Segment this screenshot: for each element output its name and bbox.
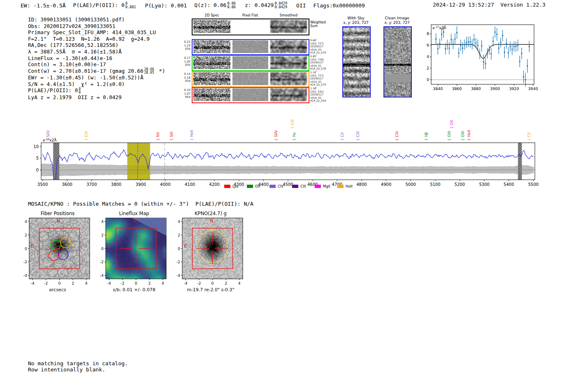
spec2d-row-2dspec — [193, 56, 230, 69]
elixer-report-page: EW: -1.5±-0.5ÅP(LAE)/P(OII): 000.001P(Ly… — [0, 0, 576, 392]
spec2d-row-smoothed — [270, 40, 307, 53]
fiber-circle — [43, 223, 53, 233]
svg-text:6: 6 — [427, 43, 429, 47]
info-line: ID: 3090133051 (3090133051.pdf) — [28, 16, 165, 23]
header-segment: z: 0.04290.04290.0429 — [245, 2, 289, 9]
inset-data-point — [437, 48, 439, 49]
inset-data-point — [474, 39, 475, 40]
svg-text:-2: -2 — [197, 281, 201, 285]
inset-data-point — [453, 44, 454, 45]
svg-text:2: 2 — [178, 233, 180, 237]
svg-text:-2: -2 — [44, 281, 48, 285]
svg-text:-4: -4 — [177, 273, 180, 278]
line-id-label: { SiIV — [46, 130, 50, 141]
svg-text:-4: -4 — [183, 281, 187, 285]
inset-data-point — [475, 42, 476, 44]
inset-data-point — [489, 49, 490, 51]
svg-text:4200: 4200 — [209, 182, 219, 187]
spec2d-panel: 2D Spec Pixel Flat Smoothed WeightedSum0… — [181, 12, 325, 105]
svg-text:-4: -4 — [23, 273, 27, 278]
legend-swatch — [224, 185, 230, 188]
footer-note-1: No matching targets in catalog. — [28, 360, 128, 366]
svg-text:0: 0 — [135, 281, 137, 285]
spec2d-row-left-labels: 0.171.05035 — [181, 56, 190, 67]
panel-xlabel: s/b: 0.01 +/- 0.078 — [95, 287, 173, 292]
line-id-label: { CIII — [356, 131, 360, 141]
inset-data-point — [517, 45, 518, 46]
sky-cutouts-panel: With Sky x, y: 203, 727 Clean Image x, y… — [337, 16, 416, 102]
panel-xlabel: m:19.7 re:2.0" s:0.3" — [172, 287, 250, 292]
with-sky-image — [342, 26, 371, 97]
inset-unit-label: e-17x2Å — [432, 26, 446, 30]
inset-data-point — [521, 53, 522, 54]
svg-text:5300: 5300 — [479, 182, 489, 187]
fiber-circle — [38, 232, 49, 242]
spec2d-row-left-labels: 0.101.07054 — [181, 88, 190, 99]
svg-text:3600: 3600 — [62, 182, 72, 187]
spec2d-row-smoothed — [270, 56, 307, 69]
line-fit-inset-chart: 38403860388039003920394002468e-17x2Å — [426, 21, 545, 97]
svg-text:4: 4 — [178, 219, 180, 224]
header-segment: Flags:0x00000009 — [314, 2, 365, 9]
inset-data-point — [508, 52, 509, 53]
svg-text:3800: 3800 — [111, 182, 121, 187]
inset-data-point — [498, 48, 499, 49]
legend-swatch — [292, 185, 298, 188]
svg-text:0: 0 — [36, 168, 39, 172]
svg-text:5500: 5500 — [528, 182, 539, 187]
line-id-label: { OIII — [461, 131, 465, 141]
selected-fiber-circle — [60, 238, 71, 248]
line-id-label: { CIV — [395, 130, 399, 141]
header-segment: Q(z): 0.060.060.06 — [194, 2, 237, 9]
inset-data-point — [466, 42, 467, 43]
info-line: F=2.1" T=0.123 N=1.26 A=0.92 g=24.9 — [28, 36, 165, 42]
spec2d-row-right-labels: 0.85"(203, 718)20200127v024_01414_LU_078 — [310, 55, 327, 70]
svg-text:2: 2 — [25, 233, 27, 237]
clean-image-coords: x, y: 203, 727 — [380, 21, 414, 25]
fiber-circle — [43, 240, 53, 250]
full-spectrum-chart: 3500360037003800390040004100420043004400… — [25, 110, 560, 193]
kpno-cutout-panel: KPNO(24.7) g -4-4-2-2002244NEm:19.7 re:2… — [172, 210, 250, 296]
svg-text:5100: 5100 — [430, 182, 440, 187]
line-id-label: { CIII — [290, 119, 295, 129]
svg-text:4100: 4100 — [185, 182, 195, 187]
fiber-circle — [47, 267, 58, 277]
line-id-label: { Hγ — [292, 132, 296, 141]
inset-data-point — [458, 52, 460, 53]
with-sky-coords: x, y: 203, 727 — [339, 21, 373, 25]
svg-text:5200: 5200 — [455, 182, 465, 187]
inset-data-point — [451, 39, 452, 40]
inset-data-point — [483, 61, 484, 63]
clean-image-title: Clean Image — [382, 16, 412, 20]
inset-data-point — [506, 43, 507, 44]
info-line: Cont(n) = 3.10(±0.00)e-17 — [28, 61, 165, 68]
header-supsub: 0.060.06 — [227, 2, 235, 9]
header-timestamp-version: 2024-12-29 13:52:27 Version 1.22.3 — [433, 2, 546, 8]
fiber-positions-panel: Fiber Positions -4-4-2-2002244NEarcsecs — [19, 210, 97, 296]
svg-text:0: 0 — [427, 77, 429, 82]
detection-info-block: ID: 3090133051 (3090133051.pdf)Obs: 2020… — [28, 16, 165, 101]
fiber-circle — [67, 266, 78, 276]
svg-text:-4: -4 — [100, 273, 104, 278]
panel-xlabel: arcsecs — [19, 287, 97, 292]
legend-label: CIII — [300, 184, 306, 188]
inset-data-point — [469, 41, 471, 42]
clean-image — [383, 26, 412, 97]
line-id-label: { NV — [156, 132, 160, 141]
info-line: LineFlux = -1.30(±0.44)e-16 — [28, 55, 165, 62]
legend-label: MgII — [323, 184, 330, 188]
line-id-label: { HeII — [190, 130, 194, 141]
spec2d-row-smoothed — [270, 72, 307, 85]
line-id-label: { CII — [340, 132, 344, 141]
legend-label: CIV — [278, 184, 283, 188]
inset-data-point — [513, 46, 515, 47]
svg-text:2: 2 — [225, 281, 227, 285]
svg-text:-4: -4 — [30, 281, 34, 285]
info-line: Obs: 20200127v024_3090133051 — [28, 23, 165, 30]
inset-data-point — [445, 48, 446, 49]
line-id-label: { OIII — [447, 131, 451, 141]
compass-north: N — [210, 218, 213, 223]
inset-data-point — [447, 44, 448, 45]
svg-text:10: 10 — [33, 144, 39, 149]
inset-data-point — [511, 49, 513, 50]
